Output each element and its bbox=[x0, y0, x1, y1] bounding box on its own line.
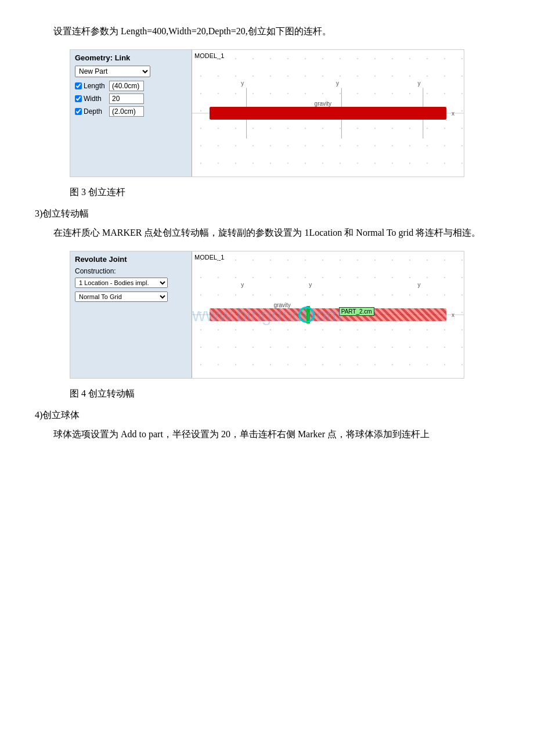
construction-label: Construction: bbox=[75, 267, 187, 275]
svg-text:y: y bbox=[417, 80, 420, 87]
revolute-joint-circle bbox=[298, 307, 315, 323]
width-row: Width 20 bbox=[75, 93, 187, 104]
depth-checkbox-label[interactable]: Depth bbox=[75, 107, 107, 116]
section3-para: 在连杆质心 MARKER 点处创立转动幅，旋转副的参数设置为 1Location… bbox=[35, 225, 499, 242]
fig4-viewport: MODEL_1 y y y x PART_2.cm gravity bbox=[192, 251, 464, 378]
fig3-caption: 图 3 创立连杆 bbox=[70, 186, 499, 199]
new-part-select[interactable]: New Part bbox=[75, 66, 150, 77]
section4-heading: 4)创立球体 bbox=[35, 409, 499, 422]
svg-text:x: x bbox=[452, 110, 454, 117]
svg-text:y: y bbox=[309, 282, 312, 288]
gravity-label-fig3: gravity bbox=[315, 100, 331, 107]
fig3-viewport: MODEL_1 y y y x bbox=[192, 50, 464, 177]
depth-value: (2.0cm) bbox=[109, 106, 144, 117]
link-bar bbox=[210, 107, 446, 120]
panel-title-fig3: Geometry: Link bbox=[75, 53, 187, 62]
revolute-dropdown1-row[interactable]: 1 Location - Bodies impl. bbox=[75, 278, 187, 288]
section3-heading: 3)创立转动幅 bbox=[35, 208, 499, 220]
length-checkbox-label[interactable]: Length bbox=[75, 82, 107, 90]
intro-paragraph: 设置连杆参数为 Length=400,Width=20,Depth=20,创立如… bbox=[35, 23, 499, 40]
revolute-dropdown1[interactable]: 1 Location - Bodies impl. bbox=[75, 278, 168, 288]
length-checkbox[interactable] bbox=[75, 82, 82, 89]
section4-para: 球体选项设置为 Add to part，半径设置为 20，单击连杆右侧 Mark… bbox=[35, 426, 499, 443]
depth-label: Depth bbox=[84, 107, 102, 116]
svg-text:y: y bbox=[241, 80, 244, 87]
fig4-caption: 图 4 创立转动幅 bbox=[70, 388, 499, 400]
link-bar-hatched bbox=[210, 308, 446, 321]
depth-checkbox[interactable] bbox=[75, 108, 82, 115]
revolute-panel-title: Revolute Joint bbox=[75, 255, 187, 264]
svg-text:y: y bbox=[241, 282, 244, 288]
figure-4-container: www.bingdoc.com Revolute Joint Construct… bbox=[70, 251, 464, 379]
svg-text:y: y bbox=[336, 80, 339, 87]
new-part-dropdown-row[interactable]: New Part bbox=[75, 66, 187, 77]
gravity-label-fig4: gravity bbox=[273, 302, 290, 308]
length-label: Length bbox=[84, 82, 105, 90]
geometry-link-panel: Geometry: Link New Part Length (40.0cm) … bbox=[70, 50, 192, 177]
figure-3-container: Geometry: Link New Part Length (40.0cm) … bbox=[70, 49, 464, 177]
revolute-dropdown2-row[interactable]: Normal To Grid bbox=[75, 291, 187, 302]
svg-text:x: x bbox=[452, 312, 454, 318]
part2-label: PART_2.cm bbox=[339, 307, 374, 316]
svg-text:y: y bbox=[417, 282, 420, 288]
width-label: Width bbox=[84, 95, 102, 103]
depth-row: Depth (2.0cm) bbox=[75, 106, 187, 117]
width-checkbox[interactable] bbox=[75, 95, 82, 102]
revolute-dropdown2[interactable]: Normal To Grid bbox=[75, 291, 168, 302]
length-row: Length (40.0cm) bbox=[75, 81, 187, 91]
width-checkbox-label[interactable]: Width bbox=[75, 95, 107, 103]
revolute-joint-panel: Revolute Joint Construction: 1 Location … bbox=[70, 251, 192, 378]
width-value: 20 bbox=[109, 93, 144, 104]
length-value: (40.0cm) bbox=[109, 81, 144, 91]
